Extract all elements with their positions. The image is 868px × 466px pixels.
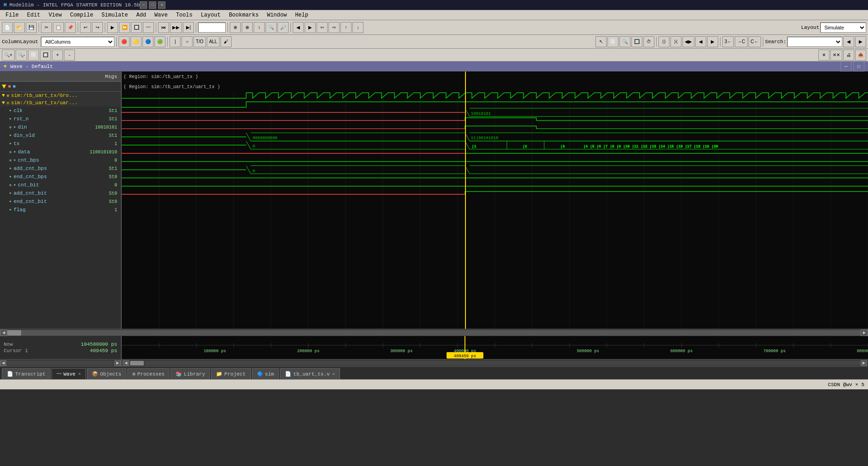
- tb-btn-11[interactable]: ↕: [254, 22, 265, 33]
- wave-maximize[interactable]: □: [853, 61, 864, 72]
- zoom-full-button[interactable]: ⬜: [28, 50, 39, 61]
- export-button[interactable]: 📤: [855, 50, 866, 61]
- wv-snap5[interactable]: 🖌: [221, 36, 232, 47]
- signal-group-2[interactable]: ▼ ⊟ sim:/tb_uart_tx/uar...: [0, 99, 121, 107]
- search-input[interactable]: [787, 37, 842, 47]
- tb-btn-12[interactable]: 🔍: [266, 22, 277, 33]
- tb-btn-16[interactable]: ⇦: [317, 22, 328, 33]
- hscroll-thumb[interactable]: [7, 330, 21, 336]
- zoom-in-all[interactable]: ⟨⟩: [658, 36, 669, 47]
- open-button[interactable]: 📂: [14, 22, 25, 33]
- zoom-in2-button[interactable]: +: [52, 50, 63, 61]
- tab-tb-uart[interactable]: 📄 tb_uart_tx.v ✕: [280, 368, 340, 379]
- wave-minimize[interactable]: ─: [840, 61, 851, 72]
- snap-btn3[interactable]: C←: [749, 36, 761, 47]
- color-indicator[interactable]: ▼: [2, 83, 6, 91]
- print-button[interactable]: 🖨: [843, 50, 854, 61]
- menu-bookmarks[interactable]: Bookmarks: [225, 11, 262, 19]
- search-next[interactable]: ▶: [855, 36, 866, 47]
- zoom-fit[interactable]: ◀▶: [682, 36, 694, 47]
- tb-btn-17[interactable]: ⇨: [329, 22, 340, 33]
- del-all-mark-button[interactable]: ✕✕: [830, 50, 842, 61]
- tb-btn-18[interactable]: ↑: [340, 22, 352, 33]
- cursor-btn4[interactable]: 🔲: [631, 36, 642, 47]
- zoom-next[interactable]: ▶: [707, 36, 718, 47]
- start-sim-button[interactable]: 🔲: [131, 22, 142, 33]
- wv-snap1[interactable]: |: [170, 36, 181, 47]
- restore-button[interactable]: □: [149, 1, 156, 9]
- tab-processes[interactable]: ⚙ Processes: [127, 368, 170, 379]
- layout-select[interactable]: Simulate: [820, 22, 866, 33]
- tab-sim[interactable]: 🔷 sim: [252, 368, 279, 379]
- save-button[interactable]: 💾: [26, 22, 37, 33]
- menu-wave[interactable]: Wave: [151, 11, 171, 19]
- wv-btn3[interactable]: 🔵: [142, 36, 153, 47]
- compile-all-button[interactable]: ⏩: [119, 22, 130, 33]
- tab-library[interactable]: 📚 Library: [170, 368, 210, 379]
- menu-help[interactable]: Help: [291, 11, 312, 19]
- col-layout-select[interactable]: AllColumns: [41, 37, 114, 47]
- wv-snap4[interactable]: ALL: [207, 36, 220, 47]
- main-scroll-track-bg[interactable]: [145, 361, 861, 365]
- cursor-btn2[interactable]: ⬜: [607, 36, 618, 47]
- signal-rst-n[interactable]: ➤ rst_n St1: [0, 115, 121, 123]
- time-input[interactable]: 100 ps: [198, 22, 226, 33]
- compile-button[interactable]: ▶: [107, 22, 118, 33]
- cut-button[interactable]: ✂: [41, 22, 52, 33]
- zoom-in-button[interactable]: 🔍+: [2, 50, 15, 61]
- wv-snap2[interactable]: ○: [182, 36, 193, 47]
- undo-button[interactable]: ↩: [80, 22, 91, 33]
- arrow-left-button[interactable]: ◀: [293, 22, 304, 33]
- tab-objects[interactable]: 📦 Objects: [87, 368, 126, 379]
- wv-btn4[interactable]: 🟢: [154, 36, 165, 47]
- restart-button[interactable]: ⏮: [158, 22, 169, 33]
- tb-btn-10[interactable]: ⊗: [242, 22, 253, 33]
- tb-uart-close-icon[interactable]: ✕: [333, 371, 335, 376]
- wv-snap3[interactable]: T/O: [193, 36, 206, 47]
- cursor-btn1[interactable]: ↖: [596, 36, 607, 47]
- signal-flag[interactable]: ➤ flag 1: [0, 206, 121, 214]
- zoom-out-button[interactable]: 🔍-: [16, 50, 27, 61]
- cursor-btn3[interactable]: 🔍: [619, 36, 630, 47]
- paste-button[interactable]: 📌: [65, 22, 76, 33]
- scroll-right2[interactable]: ▶: [114, 360, 121, 366]
- close-button[interactable]: ✕: [158, 1, 165, 9]
- menu-add[interactable]: Add: [132, 11, 150, 19]
- scroll-left3[interactable]: ◀: [123, 360, 129, 366]
- menu-compile[interactable]: Compile: [66, 11, 96, 19]
- run-button[interactable]: ▶▶: [170, 22, 182, 33]
- menu-view[interactable]: View: [45, 11, 66, 19]
- wv-btn1[interactable]: 🔴: [119, 36, 130, 47]
- zoom-out-all[interactable]: ⟩⟨: [670, 36, 681, 47]
- arrow-right-button[interactable]: ▶: [305, 22, 316, 33]
- cursor-btn5[interactable]: ⏱: [643, 36, 654, 47]
- menu-window[interactable]: Window: [263, 11, 290, 19]
- signal-group-1[interactable]: ▼ ⊞ sim:/tb_uart_tx/Gro...: [0, 92, 121, 99]
- waveform-area[interactable]: ( Region: sim:/tb_uart_tx ) ( Region: si…: [122, 72, 868, 329]
- tb-btn-19[interactable]: ↓: [352, 22, 363, 33]
- menu-simulate[interactable]: Simulate: [98, 11, 132, 19]
- signal-add-cnt-bps[interactable]: ➤ add_cnt_bps St1: [0, 164, 121, 173]
- tb-btn-13[interactable]: 🔎: [278, 22, 289, 33]
- main-scroll-thumb[interactable]: [130, 361, 144, 365]
- menu-file[interactable]: File: [2, 11, 23, 19]
- snap-btn1[interactable]: 3←: [722, 36, 734, 47]
- scroll-left2[interactable]: ◀: [0, 360, 6, 366]
- wave-btn[interactable]: 〰: [143, 22, 154, 33]
- main-scroll-track[interactable]: ◀ ▶: [122, 359, 868, 366]
- step-button[interactable]: ▶|: [183, 22, 194, 33]
- copy-button[interactable]: 📋: [53, 22, 64, 33]
- tab-transcript[interactable]: 📄 Transcript: [2, 368, 51, 379]
- signal-cnt-bps[interactable]: ⊕ ➤ cnt_bps 0: [0, 156, 121, 164]
- menu-edit[interactable]: Edit: [23, 11, 44, 19]
- scroll-left-button[interactable]: ◀: [0, 330, 7, 336]
- signal-tx[interactable]: ➤ tx 1: [0, 140, 121, 148]
- menu-layout[interactable]: Layout: [197, 11, 224, 19]
- new-button[interactable]: 📄: [2, 22, 13, 33]
- del-mark-button[interactable]: ✕: [818, 50, 829, 61]
- tb-btn-9[interactable]: ⊕: [230, 22, 241, 33]
- wv-btn2[interactable]: 🟡: [130, 36, 142, 47]
- signal-din-vld[interactable]: ➤ din_vld St1: [0, 131, 121, 140]
- zoom-prev[interactable]: ◀: [695, 36, 706, 47]
- signal-data[interactable]: ⊕ ➤ data 1100101010: [0, 148, 121, 156]
